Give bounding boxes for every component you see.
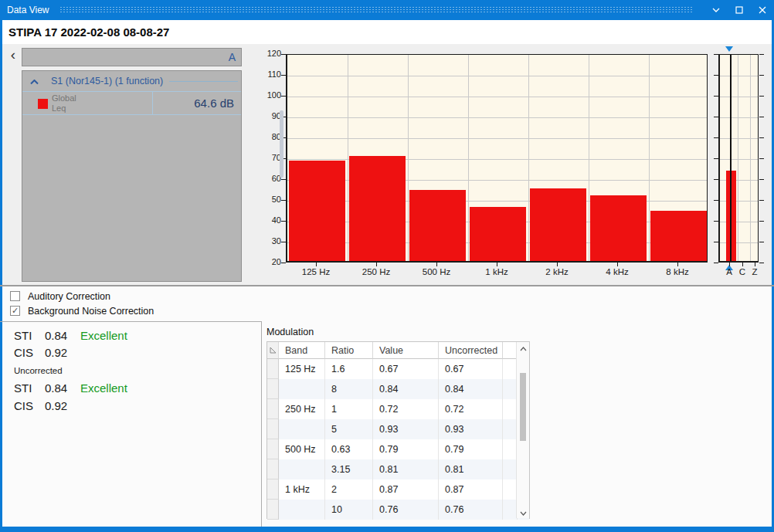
chevron-up-icon — [520, 343, 527, 354]
weighting-selector[interactable]: A — [22, 48, 242, 66]
y-axis-tick — [281, 75, 286, 76]
modulation-cell: 0.76 — [373, 500, 439, 520]
modulation-cell: 125 Hz — [279, 359, 325, 379]
auditory-correction-checkbox — [10, 291, 20, 301]
window-titlebar[interactable]: Data View — [0, 0, 774, 20]
modulation-row[interactable]: 3.150.810.81 — [267, 459, 529, 479]
auditory-correction-checkbox-row[interactable]: Auditory Correction — [10, 290, 110, 303]
broadband-tick-right — [759, 242, 764, 242]
uncorrected-cis-value: 0.92 — [45, 399, 80, 412]
close-button[interactable] — [751, 0, 774, 20]
chart-plot-area[interactable] — [286, 54, 708, 263]
gridline-vertical — [738, 55, 738, 261]
modulation-row[interactable]: 1 kHz20.870.87 — [267, 479, 529, 500]
y-axis-tick — [281, 200, 286, 201]
broadband-axis-tick — [742, 263, 743, 266]
sti-value: 0.84 — [45, 329, 80, 342]
tree-header-rule — [169, 81, 238, 82]
column-header-band[interactable]: Band — [279, 342, 325, 359]
modulation-row[interactable]: 100.760.76 — [267, 500, 529, 520]
function-row-global-leq[interactable]: Global Leq 64.6 dB — [22, 91, 241, 115]
modulation-cell — [279, 419, 325, 439]
modulation-row[interactable]: 50.930.93 — [267, 419, 529, 439]
broadband-tick-right — [759, 179, 764, 180]
x-axis-label: 125 Hz — [293, 267, 339, 276]
uncorrected-sti-value: 0.84 — [45, 381, 80, 395]
x-axis-tick — [617, 263, 618, 266]
spectrum-bar-250Hz — [349, 156, 406, 263]
gridline-vertical — [408, 55, 409, 261]
broadband-cursor-line[interactable] — [730, 55, 732, 261]
modulation-cell: 0.76 — [439, 500, 503, 520]
gridline-horizontal — [287, 76, 707, 76]
maximize-button[interactable] — [728, 0, 751, 20]
column-header-value[interactable]: Value — [373, 342, 439, 359]
modulation-cell: 0.79 — [439, 439, 503, 459]
gridline-horizontal — [720, 76, 758, 76]
modulation-cell: 0.67 — [373, 359, 439, 379]
sort-corner-cell[interactable] — [267, 342, 279, 359]
row-header-cell — [267, 479, 279, 500]
background-noise-correction-checkbox-row[interactable]: ✓ Background Noise Correction — [10, 304, 154, 317]
cis-value: 0.92 — [45, 346, 80, 359]
data-view-window: Data View STIPA 17 2022-02-08 08-08-27 ‹… — [0, 0, 774, 532]
background-noise-correction-checkbox: ✓ — [10, 306, 20, 316]
column-header-ratio[interactable]: Ratio — [325, 342, 373, 359]
broadband-tick-left — [714, 54, 718, 55]
spectrum-bar-500Hz — [409, 190, 466, 263]
window-menu-button[interactable] — [704, 0, 728, 20]
y-axis-tick — [281, 221, 286, 222]
x-axis-label: 500 Hz — [413, 267, 460, 276]
collapse-sidebar-button[interactable]: ‹ — [6, 47, 20, 64]
modulation-cell — [279, 379, 325, 399]
gridline-horizontal — [720, 97, 758, 97]
uncorrected-cis-label: CIS — [14, 399, 45, 412]
broadband-tick-left — [714, 242, 718, 242]
tree-group-header[interactable]: S1 (Nor145-1) (1 function) — [22, 71, 241, 91]
broadband-tick-right — [759, 137, 764, 138]
modulation-section-title: Modulation — [266, 327, 314, 337]
row-header-cell — [267, 419, 279, 439]
modulation-row[interactable]: 500 Hz0.630.790.79 — [267, 439, 529, 459]
window-border-bottom — [0, 527, 774, 532]
spectrum-bar-125Hz — [289, 161, 345, 263]
modulation-cell: 0.63 — [325, 439, 373, 459]
scrollbar-thumb[interactable] — [520, 373, 526, 441]
series-color-swatch — [38, 99, 48, 109]
scrollbar-up-button[interactable] — [517, 342, 529, 354]
y-axis-label: 100 — [255, 90, 281, 101]
broadband-tick-right — [759, 200, 764, 201]
broadband-tick-right — [759, 263, 764, 263]
modulation-header-row: BandRatioValueUncorrected — [267, 342, 529, 359]
tree-group-label: S1 (Nor145-1) (1 function) — [51, 76, 163, 86]
broadband-tick-left — [714, 179, 718, 180]
column-header-uncorrected[interactable]: Uncorrected — [439, 342, 503, 359]
modulation-row[interactable]: 250 Hz10.720.72 — [267, 399, 529, 419]
y-axis-label: 30 — [255, 236, 281, 247]
spectrum-bar-1kHz — [470, 207, 526, 263]
cursor-marker-top-icon[interactable] — [725, 46, 733, 52]
y-axis-scrollbar-thumb[interactable] — [280, 110, 283, 178]
modulation-cell — [279, 459, 325, 479]
function-name: Global Leq — [52, 93, 76, 114]
modulation-row[interactable]: 125 Hz1.60.670.67 — [267, 359, 529, 379]
modulation-cell: 8 — [325, 379, 373, 399]
modulation-cell: 0.72 — [373, 399, 439, 419]
modulation-table-scrollbar[interactable] — [516, 342, 529, 518]
y-axis-label: 60 — [255, 174, 281, 185]
y-axis-tick — [281, 96, 286, 97]
y-axis-label: 50 — [255, 195, 281, 205]
results-divider-vertical — [261, 321, 262, 527]
y-axis-label: 20 — [255, 257, 281, 268]
measurement-title: STIPA 17 2022-02-08 08-08-27 — [2, 20, 772, 44]
broadband-plot-area[interactable] — [718, 54, 759, 263]
modulation-row[interactable]: 80.840.84 — [267, 379, 529, 399]
modulation-cell: 0.72 — [439, 399, 503, 419]
spectrum-chart[interactable]: 2030405060708090100110120125 Hz250 Hz500… — [255, 45, 771, 284]
close-icon — [759, 6, 766, 14]
modulation-cell: 0.79 — [373, 439, 439, 459]
broadband-axis-label: Z — [732, 267, 774, 276]
scrollbar-down-button[interactable] — [517, 507, 529, 518]
y-axis-label: 110 — [255, 69, 281, 80]
background-noise-correction-label: Background Noise Correction — [20, 306, 154, 317]
